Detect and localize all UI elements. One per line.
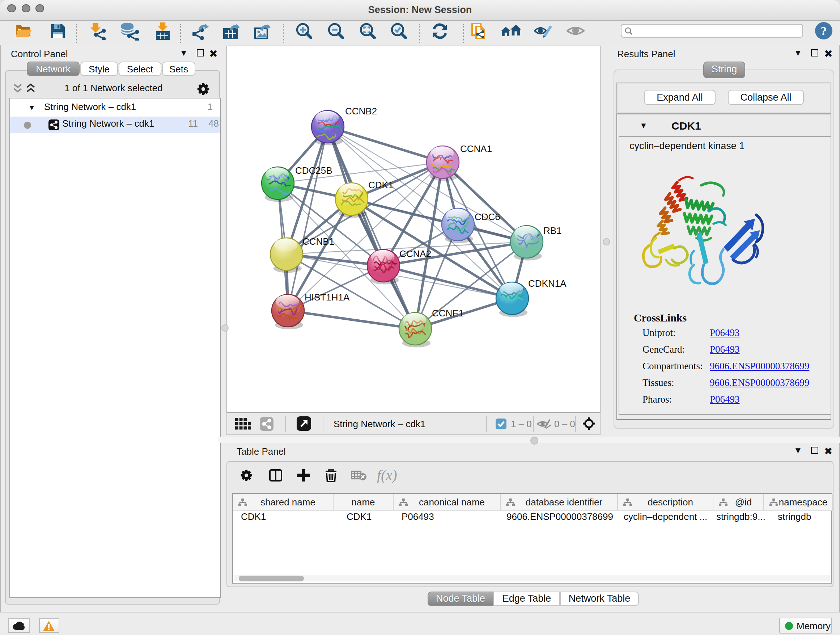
svg-text:CDK1: CDK1 xyxy=(368,180,393,190)
svg-text:CCNE1: CCNE1 xyxy=(432,308,464,318)
svg-text:CDKN1A: CDKN1A xyxy=(528,278,567,289)
svg-text:HIST1H1A: HIST1H1A xyxy=(305,292,350,302)
svg-text:CCNB1: CCNB1 xyxy=(302,236,334,247)
svg-text:RB1: RB1 xyxy=(543,225,562,236)
svg-text:CCNA1: CCNA1 xyxy=(460,143,492,154)
svg-text:?: ? xyxy=(821,24,827,38)
svg-text:CCNA2: CCNA2 xyxy=(399,249,431,259)
svg-text:CDC6: CDC6 xyxy=(475,211,500,222)
svg-text:CCNB2: CCNB2 xyxy=(345,106,377,117)
svg-text:CDC25B: CDC25B xyxy=(295,165,332,176)
